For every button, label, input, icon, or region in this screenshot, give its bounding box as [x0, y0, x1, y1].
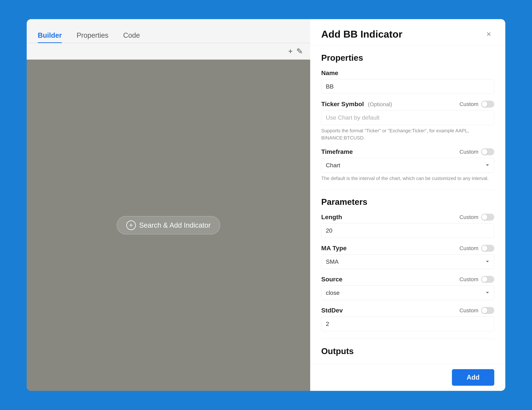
timeframe-label: Timeframe [321, 148, 353, 155]
length-field-group: Length Custom [321, 214, 494, 238]
modal-panel: Add BB Indicator × Properties Name Ticke… [310, 19, 505, 391]
ma-type-select[interactable]: SMA EMA WMA VWMA RMA [321, 254, 494, 269]
source-label: Source [321, 276, 342, 283]
modal-title: Add BB Indicator [321, 28, 402, 40]
length-label: Length [321, 214, 342, 221]
timeframe-label-row: Timeframe Custom [321, 148, 494, 155]
ticker-custom-label: Custom [459, 101, 478, 107]
timeframe-field-group: Timeframe Custom Chart 1m 5m 15m 1h 4h 1… [321, 148, 494, 182]
add-button[interactable]: Add [452, 369, 494, 386]
content-area: + Search & Add Indicator [27, 60, 310, 391]
edit-icon[interactable]: ✎ [296, 47, 303, 56]
name-label: Name [321, 69, 338, 76]
ticker-input[interactable] [321, 110, 494, 125]
tabs-bar: Builder Properties Code [27, 19, 310, 43]
stddev-input[interactable] [321, 317, 494, 331]
timeframe-custom-label: Custom [459, 149, 478, 155]
ma-type-label: MA Type [321, 245, 347, 252]
properties-section-title: Properties [321, 53, 494, 63]
tab-properties[interactable]: Properties [76, 31, 108, 43]
modal-footer: Add [310, 364, 505, 391]
toolbar-row: + ✎ [27, 43, 310, 60]
source-label-row: Source Custom [321, 276, 494, 283]
ticker-label-row: Ticker Symbol (Optional) Custom [321, 101, 494, 108]
ma-type-custom-toggle[interactable] [481, 245, 494, 252]
tab-code[interactable]: Code [123, 31, 140, 43]
length-custom-toggle[interactable] [481, 214, 494, 221]
ticker-label: Ticker Symbol (Optional) [321, 101, 392, 108]
ma-type-field-group: MA Type Custom SMA EMA WMA VWMA RMA [321, 245, 494, 269]
ticker-helper-text: Supports the format "Ticker" or "Exchang… [321, 127, 494, 141]
stddev-label: StdDev [321, 307, 343, 314]
main-container: Builder Properties Code + ✎ + Search & A… [27, 19, 505, 391]
source-custom-toggle[interactable] [481, 276, 494, 283]
modal-header: Add BB Indicator × [310, 19, 505, 46]
timeframe-custom-toggle[interactable] [481, 148, 494, 155]
parameters-section-title: Parameters [321, 197, 494, 207]
source-select[interactable]: close open high low hl2 hlc3 ohlc4 [321, 285, 494, 300]
stddev-custom-label: Custom [459, 307, 478, 314]
name-field-group: Name [321, 69, 494, 94]
modal-body: Properties Name Ticker Symbol (Optional)… [310, 46, 505, 364]
timeframe-helper-text: The default is the interval of the chart… [321, 175, 494, 182]
add-indicator-button[interactable]: + Search & Add Indicator [117, 216, 220, 234]
ticker-custom-toggle[interactable] [481, 101, 494, 108]
source-custom-row: Custom [459, 276, 494, 283]
ma-type-custom-label: Custom [459, 245, 478, 251]
add-indicator-label: Search & Add Indicator [139, 221, 211, 229]
stddev-field-group: StdDev Custom [321, 307, 494, 331]
left-panel: Builder Properties Code + ✎ + Search & A… [27, 19, 310, 391]
timeframe-custom-row: Custom [459, 148, 494, 155]
stddev-custom-toggle[interactable] [481, 307, 494, 314]
source-field-group: Source Custom close open high low hl2 hl… [321, 276, 494, 300]
ticker-field-group: Ticker Symbol (Optional) Custom Supports… [321, 101, 494, 141]
source-custom-label: Custom [459, 276, 478, 282]
modal-close-button[interactable]: × [483, 28, 494, 40]
length-input[interactable] [321, 223, 494, 238]
ticker-custom-row: Custom [459, 101, 494, 108]
name-input[interactable] [321, 79, 494, 94]
ma-type-label-row: MA Type Custom [321, 245, 494, 252]
length-custom-row: Custom [459, 214, 494, 221]
stddev-custom-row: Custom [459, 307, 494, 314]
name-label-row: Name [321, 69, 494, 76]
stddev-label-row: StdDev Custom [321, 307, 494, 314]
plus-circle-icon: + [126, 220, 136, 230]
timeframe-select[interactable]: Chart 1m 5m 15m 1h 4h 1D 1W [321, 158, 494, 173]
outputs-section-title: Outputs [321, 346, 494, 356]
tab-builder[interactable]: Builder [38, 31, 62, 43]
divider-1 [321, 189, 494, 190]
length-custom-label: Custom [459, 214, 478, 220]
plus-icon[interactable]: + [288, 47, 293, 56]
length-label-row: Length Custom [321, 214, 494, 221]
ticker-optional-label: (Optional) [368, 101, 392, 107]
ma-type-custom-row: Custom [459, 245, 494, 252]
